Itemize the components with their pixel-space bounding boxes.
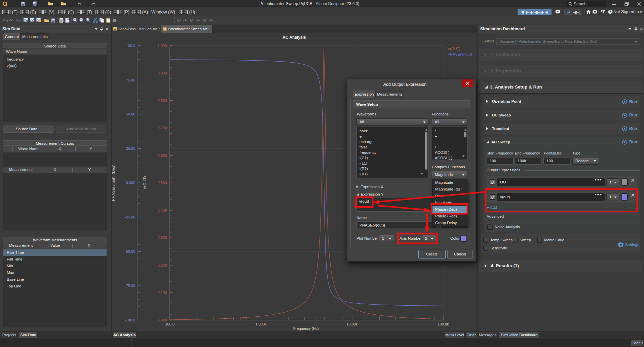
svg-text:0.300: 0.300 (157, 236, 167, 240)
svg-text:10.00k: 10.00k (346, 322, 358, 326)
svg-text:-100.0: -100.0 (125, 318, 135, 322)
svg-text:0.500: 0.500 (157, 181, 167, 185)
svg-text:-50.00: -50.00 (125, 249, 135, 253)
svg-text:PHASE(v(out)): PHASE(v(out)) (448, 52, 472, 56)
svg-text:0.600: 0.600 (157, 153, 167, 158)
svg-text:25.00: 25.00 (126, 146, 135, 150)
svg-text:50.00: 50.00 (126, 112, 135, 116)
svg-text:0.000: 0.000 (126, 181, 135, 185)
svg-text:0.700: 0.700 (157, 126, 167, 130)
svg-text:V(OUT): V(OUT) (143, 176, 147, 189)
svg-text:-75.00: -75.00 (125, 284, 135, 288)
svg-text:0.100: 0.100 (157, 291, 167, 295)
svg-text:V(OUT): V(OUT) (448, 47, 460, 51)
svg-text:0.800: 0.800 (157, 99, 167, 103)
svg-text:Frequency (Hz): Frequency (Hz) (293, 326, 319, 331)
svg-text:0.000: 0.000 (157, 318, 167, 322)
svg-text:75.00: 75.00 (126, 78, 135, 82)
svg-text:0.400: 0.400 (157, 208, 167, 212)
svg-text:1.000: 1.000 (157, 44, 167, 48)
svg-text:-25.00: -25.00 (125, 215, 135, 219)
svg-text:100.0: 100.0 (165, 322, 175, 326)
svg-text:PHASE(v(out)) (Deg): PHASE(v(out)) (Deg) (112, 165, 115, 201)
svg-text:100.0: 100.0 (126, 44, 135, 48)
svg-text:100.0k: 100.0k (438, 322, 449, 326)
svg-text:0.900: 0.900 (157, 71, 167, 75)
svg-text:0.200: 0.200 (157, 263, 167, 267)
svg-text:1.000k: 1.000k (255, 322, 267, 326)
